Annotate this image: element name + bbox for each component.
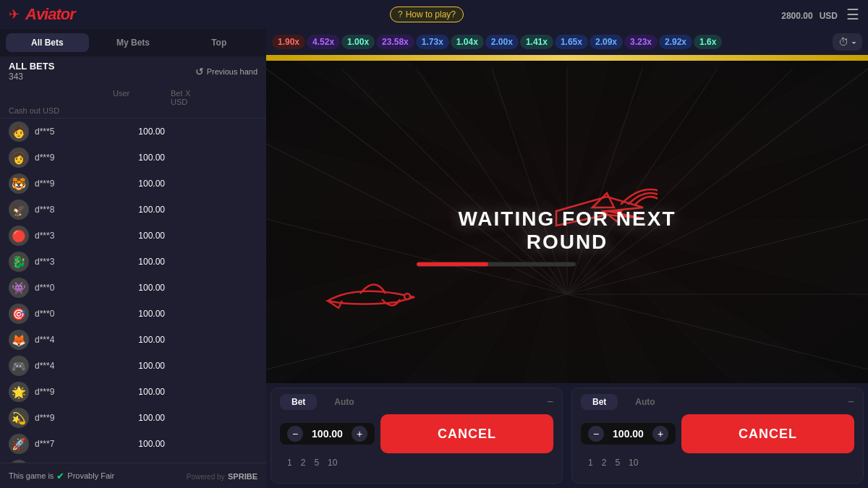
question-icon: ? (398, 9, 403, 20)
panel-1-cancel-button[interactable]: CANCEL (380, 414, 553, 453)
bet-user: d***5 (35, 127, 104, 137)
bet-amount: 100.00 (107, 153, 165, 163)
bottom-plane-icon (324, 272, 418, 325)
avatar: 🔴 (9, 226, 29, 246)
panel-2-minus-icon[interactable]: − (848, 395, 854, 408)
how-to-play-button[interactable]: ? How to play? (390, 7, 464, 22)
menu-icon[interactable]: ☰ (846, 6, 859, 23)
multiplier-chip[interactable]: 1.73x (416, 35, 449, 49)
tab-all-bets[interactable]: All Bets (6, 33, 89, 52)
multiplier-chip[interactable]: 1.90x (272, 35, 305, 49)
multiplier-bar: 1.90x4.52x1.00x23.58x1.73x1.04x2.00x1.41… (266, 29, 868, 55)
avatar: 🎯 (9, 304, 29, 324)
panel-1-bet-tab[interactable]: Bet (280, 394, 317, 410)
panel-2-quick-5[interactable]: 5 (615, 458, 620, 468)
tab-my-bets[interactable]: My Bets (92, 33, 175, 52)
panel-2-bet-tab[interactable]: Bet (581, 394, 618, 410)
avatar: 🧑 (9, 121, 29, 142)
panel-2-decrease-button[interactable]: − (588, 426, 604, 442)
bets-list: 🧑 d***5 100.00 👩 d***9 100.00 🐯 d***9 10… (0, 119, 266, 463)
bet-user: d***3 (35, 257, 104, 267)
panel-1-quick-5[interactable]: 5 (314, 458, 319, 468)
panel-2-auto-tab[interactable]: Auto (624, 394, 666, 410)
avatar: 💫 (9, 408, 29, 428)
panel-1-controls: − 100.00 + CANCEL (280, 414, 553, 453)
bet-amount: 100.00 (107, 257, 165, 267)
panel-2-increase-button[interactable]: + (652, 426, 668, 442)
multiplier-chip[interactable]: 1.00x (341, 35, 375, 49)
avatar: 🦅 (9, 200, 29, 220)
bet-user: d***4 (35, 335, 104, 345)
panel-1-quick-1[interactable]: 1 (287, 458, 292, 468)
bet-user: d***3 (35, 231, 104, 241)
panel-2-quick-10[interactable]: 10 (629, 458, 638, 468)
bet-amount: 100.00 (107, 413, 165, 423)
multiplier-chip[interactable]: 3.23x (624, 35, 658, 49)
panel-1-increase-button[interactable]: + (352, 426, 367, 442)
history-button[interactable]: ⏱ ▾ (833, 33, 862, 51)
panel-2-quick-amounts: 1 2 5 10 (581, 458, 854, 468)
balance-display: 2800.00 USD (778, 7, 838, 22)
multiplier-chip[interactable]: 2.00x (485, 35, 519, 49)
avatar: 🌟 (9, 382, 29, 402)
bet-user: d***9 (35, 413, 104, 423)
bets-columns-header: User Bet USD X Cash out USD (0, 86, 266, 119)
multiplier-chip[interactable]: 2.09x (590, 35, 623, 49)
table-row: 💫 d***9 100.00 (0, 405, 266, 431)
multiplier-chip[interactable]: 1.6x (694, 35, 722, 49)
table-row: ⚡ d***7 100.00 (0, 457, 266, 463)
bet-user: d***4 (35, 361, 104, 371)
powered-by: Powered by SPRIBE (187, 469, 258, 482)
bet-user: d***7 (35, 439, 104, 449)
avatar: 🐉 (9, 252, 29, 272)
multiplier-chip[interactable]: 2.92x (659, 35, 692, 49)
table-row: 👾 d***0 100.00 (0, 275, 266, 301)
multiplier-chip[interactable]: 23.58x (376, 35, 414, 49)
table-row: 🐯 d***9 100.00 (0, 171, 266, 197)
avatar: 🚀 (9, 434, 29, 454)
logo-plane-icon: ✈ (9, 7, 20, 22)
table-row: 🧑 d***5 100.00 (0, 119, 266, 145)
panel-2-amount-control: − 100.00 + (581, 423, 676, 445)
avatar: 👩 (9, 147, 29, 168)
multiplier-chip[interactable]: 1.04x (451, 35, 484, 49)
panel-2-quick-1[interactable]: 1 (588, 458, 593, 468)
panel-1-auto-tab[interactable]: Auto (323, 394, 365, 410)
bet-amount: 100.00 (107, 361, 165, 371)
panel-1-quick-10[interactable]: 10 (328, 458, 337, 468)
table-row: 🎯 d***0 100.00 (0, 301, 266, 327)
top-nav: ✈ Aviator ? How to play? 2800.00 USD ☰ (0, 0, 868, 29)
info-text: This game is (9, 471, 54, 480)
panel-2-cancel-button[interactable]: CANCEL (681, 414, 854, 453)
bets-count: 343 (9, 72, 54, 82)
panel-1-amount-value: 100.00 (307, 428, 347, 440)
panel-1-quick-2[interactable]: 2 (301, 458, 306, 468)
bet-amount: 100.00 (107, 205, 165, 215)
table-row: 🦊 d***4 100.00 (0, 327, 266, 353)
tab-top[interactable]: Top (177, 33, 260, 52)
table-row: 🔴 d***3 100.00 (0, 223, 266, 249)
panel-2-quick-2[interactable]: 2 (602, 458, 607, 468)
panel-1-minus-icon[interactable]: − (547, 395, 553, 408)
avatar: 🎮 (9, 356, 29, 376)
avatar: 👾 (9, 278, 29, 298)
avatar: 🐯 (9, 174, 29, 194)
panel-1-quick-amounts: 1 2 5 10 (280, 458, 553, 468)
bet-panels: Bet Auto − − 100.00 + CANCEL 1 2 5 1 (266, 383, 868, 488)
table-row: 🎮 d***4 100.00 (0, 353, 266, 379)
previous-hand-button[interactable]: ↺ Previous hand (195, 66, 258, 77)
bet-amount: 100.00 (107, 283, 165, 293)
panel-2-controls: − 100.00 + CANCEL (581, 414, 854, 453)
bet-amount: 100.00 (107, 127, 165, 137)
history-icon: ↺ (195, 66, 204, 77)
bet-user: d***0 (35, 283, 104, 293)
multiplier-chip[interactable]: 1.41x (520, 35, 553, 49)
multiplier-chip[interactable]: 4.52x (307, 35, 340, 49)
table-row: 🐉 d***3 100.00 (0, 249, 266, 275)
main-layout: All Bets My Bets Top ALL BETS 343 ↺ Prev… (0, 29, 868, 488)
multiplier-chip[interactable]: 1.65x (555, 35, 588, 49)
bet-user: d***9 (35, 153, 104, 163)
provably-fair[interactable]: This game is ✔ Provably Fair (9, 471, 114, 481)
panel-1-decrease-button[interactable]: − (287, 426, 303, 442)
game-area: 1.90x4.52x1.00x23.58x1.73x1.04x2.00x1.41… (266, 29, 868, 488)
